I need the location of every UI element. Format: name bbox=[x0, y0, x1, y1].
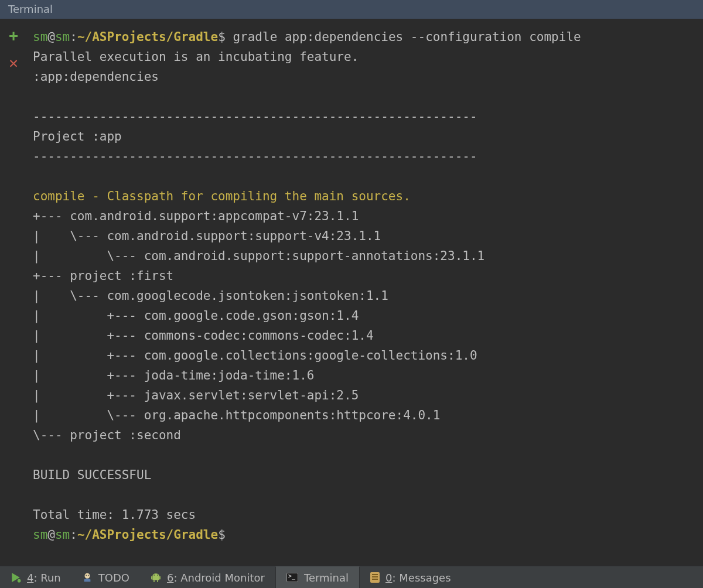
out-compile: compile - Classpath for compiling the ma… bbox=[33, 189, 411, 203]
tree-line: | +--- commons-codec:commons-codec:1.4 bbox=[33, 329, 374, 343]
tree-line: \--- project :second bbox=[33, 428, 181, 442]
svg-point-10 bbox=[157, 575, 158, 576]
close-session-icon[interactable]: ✕ bbox=[7, 56, 20, 69]
prompt2-colon: : bbox=[70, 528, 77, 542]
svg-rect-5 bbox=[151, 576, 152, 580]
prompt-host: sm bbox=[55, 30, 70, 44]
messages-icon bbox=[370, 572, 380, 583]
prompt-at: @ bbox=[47, 30, 55, 44]
tab-todo[interactable]: TODO bbox=[71, 566, 140, 588]
tab-messages-label: 0: Messages bbox=[385, 572, 451, 584]
svg-rect-8 bbox=[157, 580, 158, 582]
add-session-icon[interactable]: + bbox=[7, 29, 20, 42]
prompt2-at: @ bbox=[47, 528, 55, 542]
tree-line: | +--- joda-time:joda-time:1.6 bbox=[33, 368, 314, 382]
tree-line: | \--- com.android.support:support-annot… bbox=[33, 249, 484, 263]
tab-android-monitor[interactable]: 6: Android Monitor bbox=[140, 566, 275, 588]
tree-line: +--- project :first bbox=[33, 269, 173, 283]
svg-rect-6 bbox=[159, 576, 161, 580]
prompt-colon: : bbox=[70, 30, 77, 44]
tree-line: +--- com.android.support:appcompat-v7:23… bbox=[33, 209, 359, 223]
command-text: gradle app:dependencies --configuration … bbox=[233, 30, 581, 44]
tab-run[interactable]: 4: Run bbox=[0, 566, 71, 588]
tab-messages[interactable]: 0: Messages bbox=[360, 566, 462, 588]
terminal-icon bbox=[286, 573, 298, 582]
out-hr1: ----------------------------------------… bbox=[33, 110, 477, 124]
tree-line: | +--- javax.servlet:servlet-api:2.5 bbox=[33, 388, 359, 402]
out-task: :app:dependencies bbox=[33, 70, 159, 84]
out-hr2: ----------------------------------------… bbox=[33, 149, 477, 163]
svg-point-2 bbox=[84, 573, 90, 579]
svg-point-3 bbox=[86, 575, 87, 576]
tab-todo-label: TODO bbox=[98, 572, 129, 584]
svg-point-4 bbox=[88, 575, 89, 576]
svg-rect-7 bbox=[153, 580, 155, 582]
out-build: BUILD SUCCESSFUL bbox=[33, 468, 151, 482]
tab-terminal[interactable]: Terminal bbox=[275, 566, 360, 588]
panel-title-bar: Terminal bbox=[0, 0, 703, 19]
terminal-gutter: + ✕ bbox=[0, 19, 27, 566]
prompt2-user: sm bbox=[33, 528, 47, 542]
prompt-path: ~/ASProjects/Gradle bbox=[77, 30, 218, 44]
run-icon bbox=[11, 572, 21, 583]
android-icon bbox=[151, 572, 161, 583]
tree-line: | +--- com.google.collections:google-col… bbox=[33, 348, 477, 363]
prompt2-path: ~/ASProjects/Gradle bbox=[77, 528, 218, 542]
terminal-output[interactable]: sm@sm:~/ASProjects/Gradle$ gradle app:de… bbox=[27, 19, 703, 566]
out-parallel: Parallel execution is an incubating feat… bbox=[33, 50, 359, 64]
terminal-panel: + ✕ sm@sm:~/ASProjects/Gradle$ gradle ap… bbox=[0, 19, 703, 566]
out-project: Project :app bbox=[33, 129, 122, 143]
out-time: Total time: 1.773 secs bbox=[33, 508, 196, 522]
panel-title: Terminal bbox=[8, 3, 53, 15]
tab-run-label: 4: Run bbox=[27, 572, 61, 584]
prompt-dollar: $ bbox=[218, 30, 226, 44]
tab-terminal-label: Terminal bbox=[304, 572, 349, 584]
tab-monitor-label: 6: Android Monitor bbox=[167, 572, 265, 584]
tree-line: | \--- org.apache.httpcomponents:httpcor… bbox=[33, 408, 440, 422]
svg-point-1 bbox=[18, 579, 21, 583]
tree-line: | \--- com.googlecode.jsontoken:jsontoke… bbox=[33, 289, 388, 303]
svg-point-9 bbox=[153, 575, 155, 576]
prompt2-host: sm bbox=[55, 528, 70, 542]
bottom-tab-bar: 4: Run TODO 6: Android Monitor Terminal … bbox=[0, 566, 703, 588]
tree-line: | \--- com.android.support:support-v4:23… bbox=[33, 229, 381, 243]
todo-icon bbox=[82, 572, 93, 583]
prompt-user: sm bbox=[33, 30, 47, 44]
tree-line: | +--- com.google.code.gson:gson:1.4 bbox=[33, 309, 359, 323]
prompt2-dollar: $ bbox=[218, 528, 226, 542]
